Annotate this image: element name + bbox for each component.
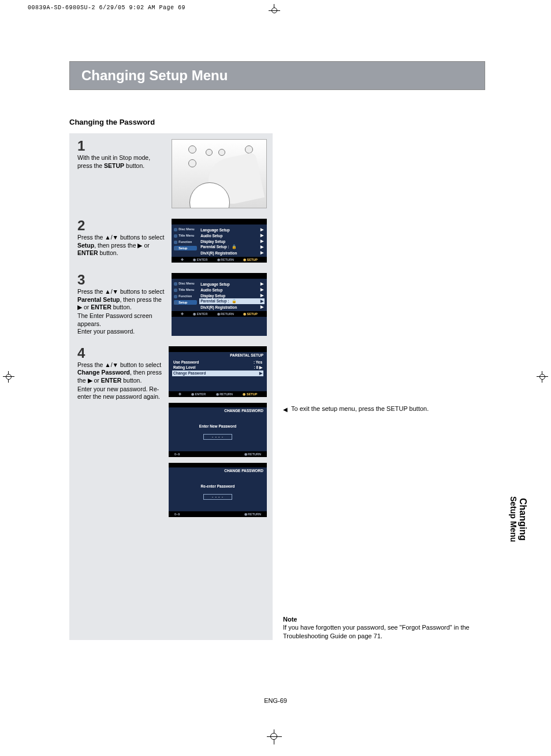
menu-display: Display Setup▶ bbox=[199, 238, 265, 244]
menu-audio: Audio Setup▶ bbox=[199, 233, 265, 238]
osd-setup-menu: Disc Menu Title Menu Function Setup Lang… bbox=[172, 219, 267, 263]
crop-mark-left bbox=[1, 369, 16, 384]
note-body: If you have forgotten your password, see… bbox=[283, 623, 485, 640]
step-text: Press the ▲/▼ buttons to select bbox=[77, 234, 164, 241]
dpad-icon: ✥ bbox=[181, 258, 184, 261]
note-block: Note If you have forgotten your password… bbox=[283, 615, 485, 640]
menu-language: Language Setup▶ bbox=[199, 227, 265, 233]
row-use-password: Use Password: Yes bbox=[172, 360, 263, 365]
step-text: button. bbox=[98, 249, 118, 256]
footer-setup: ◉ SETUP bbox=[243, 392, 257, 396]
exit-note: ◀ To exit the setup menu, press the SETU… bbox=[283, 405, 485, 413]
step-text: The Enter Password screen appears. bbox=[77, 312, 166, 328]
row-rating: Rating Level: 8 ▶ bbox=[172, 365, 263, 370]
crop-mark-bottom bbox=[266, 728, 283, 746]
step-text-bold: ENTER bbox=[101, 377, 122, 384]
menu-divx: DivX(R) Registration▶ bbox=[199, 250, 265, 256]
footer-enter: ◉ ENTER bbox=[193, 258, 207, 261]
step-3: 3 Press the ▲/▼ buttons to select Parent… bbox=[77, 273, 267, 336]
numpad-hint: 0~9 bbox=[174, 452, 180, 456]
step-text-bold: ENTER bbox=[91, 304, 111, 310]
side-setup: Setup bbox=[174, 300, 197, 305]
step-number: 2 bbox=[77, 219, 166, 233]
side-tab: Changing Setup Menu bbox=[509, 496, 528, 542]
password-field: - - - - bbox=[203, 494, 232, 500]
step-text-bold: Setup bbox=[77, 242, 94, 249]
lock-icon: 🔒 bbox=[232, 245, 237, 249]
step-text: button. bbox=[111, 304, 132, 310]
note-heading: Note bbox=[283, 615, 485, 623]
exit-note-text: To exit the setup menu, press the SETUP … bbox=[291, 405, 429, 413]
side-tab-line2: Setup Menu bbox=[509, 496, 518, 542]
footer-return: ◉ RETURN bbox=[244, 512, 261, 516]
section-subheading: Changing the Password bbox=[69, 118, 485, 126]
osd-title: CHANGE PASSWORD bbox=[169, 407, 267, 414]
step-text: Press the ▲/▼ button to select bbox=[77, 361, 161, 368]
footer-return: ◉ RETURN bbox=[217, 312, 234, 316]
osd-title: PARENTAL SETUP bbox=[169, 352, 267, 358]
side-title: Title Menu bbox=[174, 287, 197, 292]
menu-parental-selected: Parental Setup :🔒▶ bbox=[199, 298, 265, 304]
step-text-bold: SETUP bbox=[104, 162, 124, 169]
step-2: 2 Press the ▲/▼ buttons to select Setup,… bbox=[77, 219, 267, 263]
step-1: 1 With the unit in Stop mode, press the … bbox=[77, 139, 267, 208]
triangle-left-icon: ◀ bbox=[283, 406, 288, 413]
side-title: Title Menu bbox=[174, 233, 197, 238]
side-function: Function bbox=[174, 239, 197, 244]
osd-title: CHANGE PASSWORD bbox=[169, 467, 267, 474]
crop-mark-top bbox=[266, 3, 283, 12]
step-text: , then press the ▶ or bbox=[94, 242, 150, 249]
menu-audio: Audio Setup▶ bbox=[199, 287, 265, 293]
step-4: 4 Press the ▲/▼ button to select Change … bbox=[77, 346, 267, 517]
footer-setup: ◉ SETUP bbox=[243, 258, 258, 261]
menu-language: Language Setup▶ bbox=[199, 281, 265, 287]
step-number: 3 bbox=[77, 273, 166, 287]
prompt-reenter: Re-enter Password bbox=[169, 474, 267, 492]
footer-enter: ◉ ENTER bbox=[191, 392, 206, 396]
menu-divx: DivX(R) Registration▶ bbox=[199, 304, 265, 310]
step-text-bold: Change Password bbox=[77, 369, 130, 376]
footer-return: ◉ RETURN bbox=[216, 392, 233, 396]
side-disc: Disc Menu bbox=[174, 227, 197, 231]
footer-enter: ◉ ENTER bbox=[193, 312, 207, 316]
step-text-bold: ENTER bbox=[77, 249, 98, 256]
steps-column: 1 With the unit in Stop mode, press the … bbox=[69, 133, 273, 640]
side-tab-line1: Changing bbox=[518, 498, 528, 541]
menu-display: Display Setup▶ bbox=[199, 293, 265, 298]
page-number: ENG-69 bbox=[0, 697, 551, 704]
remote-illustration bbox=[172, 139, 267, 208]
prompt-enter-new: Enter New Password bbox=[169, 414, 267, 432]
step-text: button. bbox=[124, 162, 144, 169]
right-column: ◀ To exit the setup menu, press the SETU… bbox=[283, 133, 485, 640]
step-text: Enter your password. bbox=[77, 328, 166, 336]
step-text: Enter your new password. Re-enter the ne… bbox=[77, 386, 163, 401]
crop-mark-right bbox=[535, 369, 550, 384]
osd-reenter-password: CHANGE PASSWORD Re-enter Password - - - … bbox=[169, 463, 267, 517]
password-field: - - - - bbox=[203, 434, 232, 440]
page-title-bar: Changing Setup Menu bbox=[69, 61, 485, 90]
step-number: 4 bbox=[77, 346, 163, 360]
step-number: 1 bbox=[77, 139, 166, 153]
menu-parental: Parental Setup :🔒▶ bbox=[199, 244, 265, 250]
footer-return: ◉ RETURN bbox=[244, 452, 261, 456]
numpad-hint: 0~9 bbox=[174, 512, 180, 516]
row-change-password: Change Password▶ bbox=[172, 370, 263, 376]
osd-parental-setup: PARENTAL SETUP Use Password: Yes Rating … bbox=[169, 346, 267, 397]
dpad-icon: ✥ bbox=[181, 312, 184, 316]
step-text-bold: Parental Setup bbox=[77, 296, 120, 303]
step-text: Press the ▲/▼ buttons to select bbox=[77, 288, 164, 295]
footer-setup: ◉ SETUP bbox=[243, 312, 258, 316]
side-disc: Disc Menu bbox=[174, 281, 197, 286]
osd-enter-new-password: CHANGE PASSWORD Enter New Password - - -… bbox=[169, 403, 267, 457]
step-text: button. bbox=[121, 377, 142, 384]
side-setup: Setup bbox=[174, 246, 197, 250]
print-header: 00839A-SD-6980SU-2 6/29/05 9:02 AM Page … bbox=[28, 5, 185, 11]
footer-return: ◉ RETURN bbox=[217, 258, 234, 261]
osd-parental-highlight: Disc Menu Title Menu Function Setup Lang… bbox=[172, 273, 267, 336]
dpad-icon: ✥ bbox=[178, 392, 181, 396]
lock-icon: 🔒 bbox=[232, 299, 237, 303]
side-function: Function bbox=[174, 294, 197, 298]
